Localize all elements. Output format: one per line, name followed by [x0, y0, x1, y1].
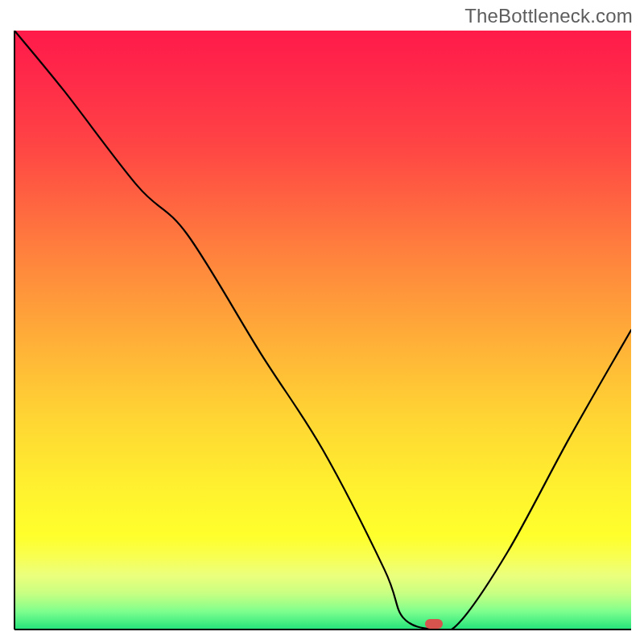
- x-axis: [14, 629, 631, 630]
- bottleneck-curve: [14, 31, 631, 630]
- chart-container: TheBottleneck.com: [0, 0, 644, 644]
- y-axis: [14, 31, 15, 630]
- optimal-marker: [425, 619, 443, 629]
- watermark-label: TheBottleneck.com: [464, 5, 633, 27]
- plot-area: [14, 31, 631, 630]
